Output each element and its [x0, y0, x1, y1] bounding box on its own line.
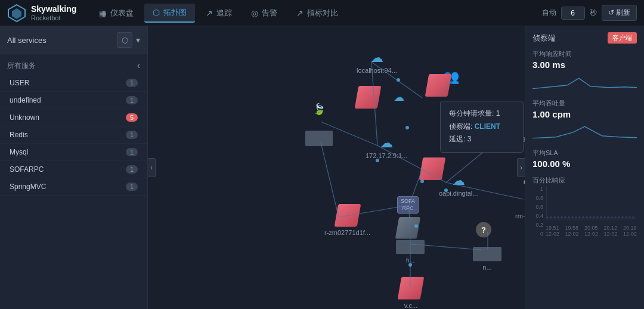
panel-title: 侦察端 [532, 33, 556, 44]
service-dropdown[interactable]: All services ⬡ ▾ [0, 26, 147, 54]
metric-avg-response-value: 3.00 ms [532, 60, 637, 70]
leaf-icon: 🍃 [312, 103, 326, 116]
metric-avg-sla-value: 100.00 % [532, 159, 637, 169]
nav-metrics-label: 指标对比 [307, 8, 338, 18]
node-n[interactable]: n... [473, 247, 501, 271]
service-item-sofarpc[interactable]: SOFARPC 1 [0, 161, 147, 178]
cloud-icon-sm1: ☁ [394, 92, 404, 103]
node-localhost[interactable]: ☁ localhost:94... [357, 51, 397, 74]
topology-svg [148, 26, 525, 309]
alarm-icon: ◎ [251, 8, 258, 18]
nav-topology-label: 拓扑图 [163, 7, 187, 18]
panel-header: 侦察端 客户端 [532, 32, 637, 44]
node-cube-top[interactable] [357, 86, 379, 109]
top-right-controls: 自动 秒 ↺ 刷新 [542, 5, 637, 21]
nav-alarm-label: 告警 [262, 8, 277, 18]
metric-percent-label: 百分比响应 [532, 176, 637, 185]
service-name: USER [10, 79, 29, 87]
topology-icon: ⬡ [153, 8, 160, 17]
node-cloud-172-2[interactable]: ☁ 172.17.2.9:1... [366, 137, 407, 159]
node-r-zm[interactable]: r-zm02771d1f... [324, 204, 370, 236]
service-item-springmvc[interactable]: SpringMVC 1 [0, 178, 147, 196]
topology-collapse-left[interactable]: ‹ [148, 158, 156, 177]
y-label-02: 0.2 [532, 222, 543, 228]
y-label-0: 0 [532, 231, 543, 237]
metric-avg-throughput-value: 1.00 cpm [532, 109, 637, 119]
svg-point-18 [405, 126, 409, 129]
dashboard-icon: ▦ [99, 8, 107, 18]
nav-topology[interactable]: ⬡ 拓扑图 [144, 4, 195, 23]
unknown-icon: ? [476, 222, 491, 237]
node-cube-top-right[interactable] [427, 74, 450, 97]
node-leaf[interactable]: 🍃 [312, 103, 326, 116]
sidebar-collapse-btn[interactable]: ‹ [137, 60, 140, 71]
node-sofa[interactable]: SOFARPC [397, 196, 419, 239]
chevron-down-icon: ▾ [136, 32, 140, 48]
y-label-1: 1 [532, 186, 543, 192]
cloud-icon-oapi: ☁ [452, 174, 465, 187]
service-count: 1 [126, 148, 138, 156]
node-vc[interactable]: v.c... [400, 277, 422, 309]
node-rm-zm[interactable]: rm-zm0r5i298... [515, 187, 525, 220]
logo-icon [7, 4, 26, 23]
service-count: 1 [126, 96, 138, 104]
trace-icon: ↗ [206, 8, 213, 18]
metric-percent-response: 百分比响应 1 0.8 0.6 0.4 0.2 0 [532, 176, 637, 237]
top-nav: Skywalking Rocketbot ▦ 仪表盘 ⬡ 拓扑图 ↗ 追踪 ◎ … [0, 0, 644, 26]
node-oapi[interactable]: ☁ oapi.dingtal... [439, 174, 478, 197]
service-list: USER 1 undefined 1 Unknown 5 Redis 1 Mys… [0, 75, 147, 309]
nav-dashboard[interactable]: ▦ 仪表盘 [91, 4, 142, 23]
main-area: All services ⬡ ▾ 所有服务 ‹ USER 1 undefined… [0, 26, 644, 309]
metric-avg-sla: 平均SLA 100.00 % [532, 149, 637, 169]
nav-alarm[interactable]: ◎ 告警 [243, 4, 286, 23]
nav-metrics[interactable]: ↗ 指标对比 [288, 4, 346, 23]
service-name: SpringMVC [10, 183, 46, 191]
service-count: 1 [126, 165, 138, 174]
service-name: Unknown [10, 113, 39, 122]
service-dropdown-label: All services [7, 36, 47, 45]
interval-input[interactable] [561, 7, 585, 20]
cloud-icon-172-2: ☁ [380, 137, 393, 150]
right-panel: 侦察端 客户端 平均响应时间 3.00 ms 平均吞吐量 1.00 cpm 平均… [525, 26, 644, 309]
node-label-fi: fi... [406, 257, 415, 264]
metric-avg-response: 平均响应时间 3.00 ms [532, 50, 637, 92]
tooltip-line-3: 延迟: 3 [449, 133, 515, 146]
node-unknown[interactable]: ? [476, 222, 491, 237]
topology-view-btn[interactable]: ⬡ [117, 32, 132, 48]
client-badge[interactable]: 客户端 [608, 32, 637, 44]
service-count: 1 [126, 183, 138, 191]
y-label-04: 0.4 [532, 213, 543, 219]
sofa-badge: SOFARPC [397, 196, 419, 214]
service-item-mysql[interactable]: Mysql 1 [0, 144, 147, 161]
node-label-oapi: oapi.dingtal... [439, 190, 478, 197]
sparkline-throughput [532, 122, 637, 140]
service-item-redis[interactable]: Redis 1 [0, 126, 147, 144]
node-cloud-sm1[interactable]: ☁ [394, 92, 404, 103]
auto-label: 自动 [542, 8, 556, 18]
topo-connections [148, 26, 525, 309]
node-fi[interactable]: fi... [396, 240, 425, 264]
y-label-08: 0.8 [532, 195, 543, 201]
nav-trace[interactable]: ↗ 追踪 [197, 4, 240, 23]
service-count: 1 [126, 131, 138, 139]
metric-avg-throughput-label: 平均吞吐量 [532, 99, 637, 108]
tooltip-line-2: 侦察端: CLIENT [449, 120, 515, 134]
refresh-button[interactable]: ↺ 刷新 [602, 5, 637, 21]
nav-trace-label: 追踪 [216, 8, 232, 18]
sidebar: All services ⬡ ▾ 所有服务 ‹ USER 1 undefined… [0, 26, 148, 309]
section-title: 所有服务 [7, 61, 36, 71]
node-gray-left[interactable] [305, 131, 333, 146]
service-item-undefined[interactable]: undefined 1 [0, 92, 147, 109]
service-count: 1 [126, 79, 138, 87]
x-label-2: 19:5812-02 [565, 225, 578, 237]
node-label-172-2: 172.17.2.9:1... [366, 152, 407, 159]
topology-collapse-right[interactable]: › [517, 158, 525, 177]
service-item-unknown[interactable]: Unknown 5 [0, 109, 147, 126]
metric-avg-sla-label: 平均SLA [532, 149, 637, 157]
service-item-user[interactable]: USER 1 [0, 75, 147, 92]
node-label-rm-zm: rm-zm0r5i298... [515, 212, 525, 220]
nav-items: ▦ 仪表盘 ⬡ 拓扑图 ↗ 追踪 ◎ 告警 ↗ 指标对比 [91, 4, 541, 23]
logo-area: Skywalking Rocketbot [7, 4, 76, 23]
sec-label: 秒 [590, 8, 597, 18]
node-label-n: n... [482, 264, 491, 271]
